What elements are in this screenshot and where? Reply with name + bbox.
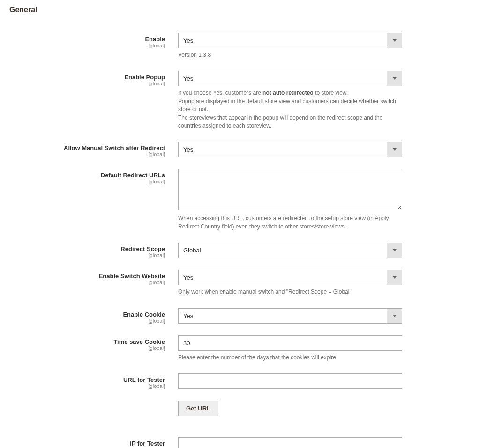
row-time-save-cookie: Time save Cookie [global] Please enter t… — [9, 335, 471, 362]
select-enable-switch-website[interactable] — [178, 270, 402, 285]
row-enable-popup: Enable Popup [global] If you choose Yes,… — [9, 71, 471, 130]
scope-time-save-cookie: [global] — [9, 345, 165, 351]
select-redirect-scope[interactable] — [178, 243, 402, 258]
input-url-for-tester[interactable] — [178, 373, 402, 389]
row-get-url: Get URL — [9, 401, 471, 416]
row-url-for-tester: URL for Tester [global] — [9, 373, 471, 389]
help-enable-popup: If you choose Yes, customers are not aut… — [178, 89, 402, 130]
section-title: General — [9, 6, 471, 14]
input-ip-for-tester[interactable] — [178, 437, 402, 448]
help-time-save-cookie: Please enter the number of the days that… — [178, 354, 402, 362]
help-default-redirect-urls: When accessing this URL, customers are r… — [178, 214, 402, 231]
row-allow-manual-switch: Allow Manual Switch after Redirect [glob… — [9, 142, 471, 157]
label-allow-manual-switch: Allow Manual Switch after Redirect — [9, 144, 165, 152]
label-default-redirect-urls: Default Redirect URLs — [9, 172, 165, 179]
row-enable: Enable [global] Version 1.3.8 — [9, 33, 471, 59]
row-ip-for-tester: IP for Tester [global] To use IP for Tes… — [9, 437, 471, 448]
label-time-save-cookie: Time save Cookie — [9, 338, 165, 345]
select-allow-manual-switch[interactable] — [178, 142, 402, 157]
row-redirect-scope: Redirect Scope [global] — [9, 243, 471, 258]
select-enable-cookie[interactable] — [178, 308, 402, 324]
help-enable: Version 1.3.8 — [178, 51, 402, 59]
row-default-redirect-urls: Default Redirect URLs [global] When acce… — [9, 169, 471, 231]
label-enable: Enable — [9, 36, 165, 43]
label-redirect-scope: Redirect Scope — [9, 245, 165, 252]
input-time-save-cookie[interactable] — [178, 335, 402, 351]
row-enable-switch-website: Enable Switch Website [global] Only work… — [9, 270, 471, 296]
scope-enable: [global] — [9, 43, 165, 48]
select-enable[interactable] — [178, 33, 402, 48]
label-enable-switch-website: Enable Switch Website — [9, 273, 165, 280]
label-ip-for-tester: IP for Tester — [9, 440, 165, 447]
scope-default-redirect-urls: [global] — [9, 179, 165, 184]
select-enable-popup[interactable] — [178, 71, 402, 86]
label-enable-popup: Enable Popup — [9, 74, 165, 81]
scope-enable-cookie: [global] — [9, 318, 165, 324]
scope-enable-switch-website: [global] — [9, 280, 165, 285]
scope-url-for-tester: [global] — [9, 383, 165, 389]
get-url-button[interactable]: Get URL — [178, 401, 218, 416]
scope-enable-popup: [global] — [9, 81, 165, 86]
label-enable-cookie: Enable Cookie — [9, 311, 165, 318]
row-enable-cookie: Enable Cookie [global] — [9, 308, 471, 324]
scope-redirect-scope: [global] — [9, 252, 165, 258]
help-enable-switch-website: Only work when enable manual switch and … — [178, 288, 402, 296]
textarea-default-redirect-urls[interactable] — [178, 169, 402, 210]
label-url-for-tester: URL for Tester — [9, 376, 165, 383]
scope-allow-manual-switch: [global] — [9, 152, 165, 157]
